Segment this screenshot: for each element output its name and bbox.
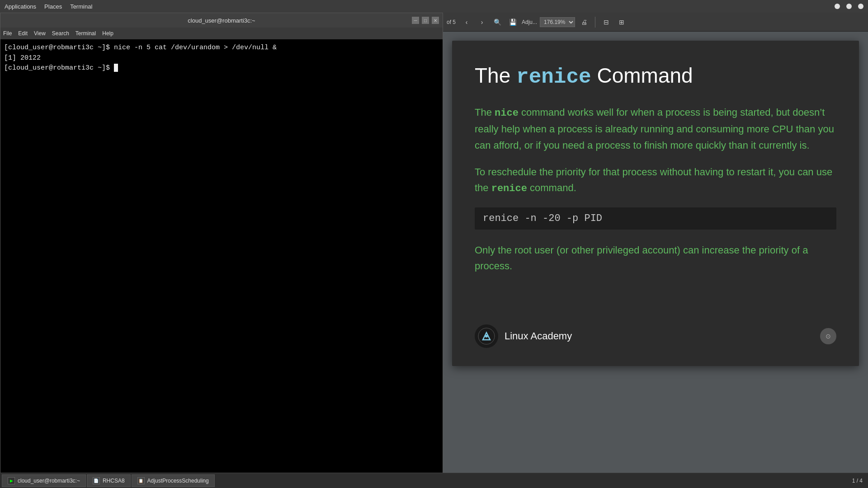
slide-code: renice -n -20 -p PID	[475, 207, 836, 230]
window-controls: ─ □ ✕	[412, 17, 439, 24]
help-menu[interactable]: Help	[102, 30, 113, 37]
file-taskbar-icon: 📄	[93, 477, 100, 484]
terminal-taskbar-icon: ▶	[8, 477, 15, 484]
taskbar-rhcsa[interactable]: 📄 RHCSA8	[87, 474, 131, 487]
pdf-save-button[interactable]: 💾	[506, 16, 519, 28]
terminal-line-1: [cloud_user@robmarti3c ~]$ nice -n 5 cat…	[4, 43, 439, 53]
pdf-taskbar-icon: 📋	[137, 477, 145, 484]
slide-footer: Linux Academy ⊙	[475, 319, 836, 348]
linux-academy-logo	[475, 324, 498, 348]
slide-para-1: The nice command works well for when a p…	[475, 104, 836, 153]
applications-menu[interactable]: Applications	[5, 3, 36, 10]
system-bar: Applications Places Terminal	[0, 0, 868, 13]
nice-cmd-inline: nice	[495, 108, 519, 119]
maximize-button[interactable]: □	[422, 17, 429, 24]
terminal-menu-item[interactable]: Terminal	[75, 30, 96, 37]
terminal-title: cloud_user@robmarti3c:~	[188, 17, 255, 24]
terminal-menubar: File Edit View Search Terminal Help	[0, 28, 443, 39]
tray-icon-3	[858, 4, 863, 9]
pdf-page-info: of 5	[447, 19, 456, 25]
places-menu[interactable]: Places	[44, 3, 62, 10]
taskbar-page-counter: 1 / 4	[852, 478, 866, 484]
pdf-toolbar: of 5 ‹ › 🔍 💾 Adju... 176.19% 🖨 ⊟ ⊞	[443, 13, 868, 32]
terminal-window: cloud_user@robmarti3c:~ ─ □ ✕ File Edit …	[0, 13, 443, 488]
taskbar-terminal[interactable]: ▶ cloud_user@robmarti3c:~	[2, 474, 86, 487]
slide-title-prefix: The	[475, 64, 516, 87]
pdf-zoom-select[interactable]: 176.19%	[540, 17, 575, 27]
terminal-titlebar: cloud_user@robmarti3c:~ ─ □ ✕	[0, 13, 443, 28]
pdf-prev-button[interactable]: ‹	[460, 16, 473, 28]
pdf-adjust-label: Adju...	[522, 19, 537, 25]
pdf-next-button[interactable]: ›	[476, 16, 488, 28]
slide-nav-icon: ⊙	[820, 328, 836, 344]
terminal-menu[interactable]: Terminal	[70, 3, 92, 10]
terminal-prompt: [cloud_user@robmarti3c ~]$	[4, 63, 439, 74]
svg-point-1	[485, 335, 488, 338]
terminal-body[interactable]: [cloud_user@robmarti3c ~]$ nice -n 5 cat…	[0, 39, 443, 488]
tray-icon-2	[846, 4, 852, 9]
la-logo-svg	[477, 327, 495, 345]
pdf-content-area[interactable]: The renice Command The nice command work…	[443, 32, 868, 488]
slide-body: The nice command works well for when a p…	[475, 104, 836, 310]
slide-para-3: Only the root user (or other privileged …	[475, 242, 836, 274]
pdf-panel: of 5 ‹ › 🔍 💾 Adju... 176.19% 🖨 ⊟ ⊞ The r…	[443, 13, 868, 488]
para1-prefix: The	[475, 107, 495, 118]
file-menu[interactable]: File	[3, 30, 12, 37]
search-menu[interactable]: Search	[52, 30, 69, 37]
pdf-print-button[interactable]: 🖨	[578, 16, 590, 28]
terminal-cursor	[114, 64, 118, 72]
taskbar-pdf-label: AdjustProcessScheduling	[147, 478, 209, 484]
pdf-shrink-button[interactable]: ⊟	[600, 16, 613, 28]
para1-rest: command works well for when a process is…	[475, 107, 834, 150]
para2-rest: command.	[527, 182, 576, 193]
tray-icon-1	[835, 4, 840, 9]
renice-cmd-inline: renice	[491, 183, 527, 194]
slide-title-cmd: renice	[516, 66, 591, 89]
linux-academy-name: Linux Academy	[505, 330, 572, 342]
pdf-search-button[interactable]: 🔍	[491, 16, 504, 28]
taskbar: ▶ cloud_user@robmarti3c:~ 📄 RHCSA8 📋 Adj…	[0, 473, 868, 488]
taskbar-terminal-label: cloud_user@robmarti3c:~	[18, 478, 80, 484]
system-tray	[835, 4, 863, 9]
view-menu[interactable]: View	[34, 30, 46, 37]
slide-title: The renice Command	[475, 63, 836, 90]
pdf-slide: The renice Command The nice command work…	[452, 41, 859, 366]
taskbar-rhcsa-label: RHCSA8	[103, 478, 125, 484]
taskbar-pdf[interactable]: 📋 AdjustProcessScheduling	[132, 474, 215, 487]
pdf-expand-button[interactable]: ⊞	[615, 16, 628, 28]
edit-menu[interactable]: Edit	[18, 30, 28, 37]
main-layout: cloud_user@robmarti3c:~ ─ □ ✕ File Edit …	[0, 13, 868, 488]
slide-para-2: To reschedule the priority for that proc…	[475, 164, 836, 197]
close-button[interactable]: ✕	[432, 17, 439, 24]
slide-title-suffix: Command	[591, 64, 693, 87]
minimize-button[interactable]: ─	[412, 17, 419, 24]
toolbar-separator	[595, 17, 595, 28]
terminal-line-2: [1] 20122	[4, 53, 439, 64]
